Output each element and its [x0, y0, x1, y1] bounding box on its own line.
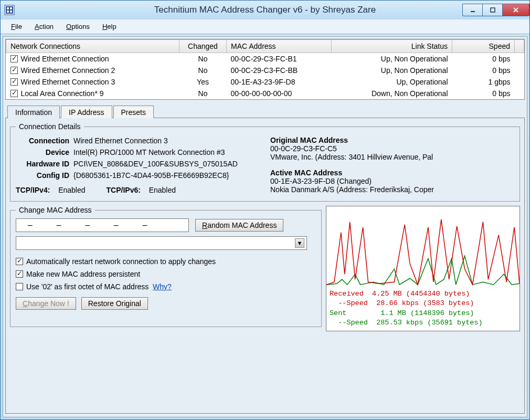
received-speed: 28.66 kbps (3583 bytes): [376, 299, 474, 307]
active-mac-vendor: Nokia Danmark A/S (Address: Frederikskaj…: [270, 185, 514, 194]
original-mac: 00-0C-29-C3-FC-C5: [270, 144, 514, 153]
menu-action[interactable]: Action: [28, 20, 60, 33]
col-speed[interactable]: Speed: [452, 40, 515, 53]
row-checkbox[interactable]: [10, 67, 18, 74]
original-mac-label: Original MAC Address: [270, 136, 514, 144]
connection-details-legend: Connection Details: [16, 122, 84, 131]
config-id: {D6805361-1B7C-4DA4-905B-FE6669B92EC8}: [73, 171, 260, 180]
menu-help[interactable]: Help: [96, 20, 123, 33]
menu-options[interactable]: Options: [60, 20, 96, 33]
change-now-button[interactable]: Change Now !: [16, 297, 76, 310]
row-checkbox[interactable]: [10, 55, 18, 62]
minimize-button[interactable]: [462, 4, 482, 16]
traffic-stats: Received 4.25 MB (4454340 bytes) --Speed…: [326, 287, 520, 331]
menu-file[interactable]: File: [5, 20, 28, 33]
table-row[interactable]: Wired Ethernet Connection 2No00-0C-29-C3…: [6, 65, 524, 76]
row-checkbox[interactable]: [10, 78, 18, 86]
col-changed[interactable]: Changed: [179, 40, 227, 53]
sent-speed: 285.53 kbps (35691 bytes): [376, 319, 483, 327]
window-title: Technitium MAC Address Changer v6 - by S…: [1, 5, 529, 15]
why-link[interactable]: Why?: [153, 282, 172, 291]
tcpipv6: Enabled: [149, 186, 176, 194]
connection-details-group: Connection Details ConnectionWired Ether…: [10, 122, 520, 202]
device-name: Intel(R) PRO/1000 MT Network Connection …: [73, 148, 260, 156]
change-mac-group: Change MAC Address ––––– Random MAC Addr…: [10, 206, 322, 327]
original-mac-vendor: VMware, Inc. (Address: 3401 Hillview Ave…: [270, 153, 514, 161]
random-mac-button[interactable]: Random MAC Address: [195, 219, 283, 232]
close-button[interactable]: [502, 4, 529, 16]
maximize-button[interactable]: [482, 4, 502, 16]
row-checkbox[interactable]: [10, 90, 18, 97]
col-network[interactable]: Network Connections: [6, 40, 179, 53]
active-mac-label: Active MAC Address: [270, 169, 514, 177]
menubar: File Action Options Help: [1, 19, 529, 34]
app-window: Technitium MAC Address Changer v6 - by S…: [0, 0, 530, 420]
client-area: Network Connections Changed MAC Address …: [3, 36, 527, 417]
titlebar[interactable]: Technitium MAC Address Changer v6 - by S…: [1, 1, 529, 19]
mac-input[interactable]: –––––: [16, 218, 189, 232]
change-mac-legend: Change MAC Address: [16, 206, 95, 214]
chk-persistent[interactable]: [16, 270, 23, 278]
received-bytes: 4.25 MB (4454340 bytes): [372, 290, 470, 298]
tab-information[interactable]: Information: [7, 106, 60, 118]
chk-use-02[interactable]: [16, 283, 23, 290]
traffic-graph: Received 4.25 MB (4454340 bytes) --Speed…: [326, 206, 520, 331]
tcpipv4: Enabled: [58, 186, 85, 194]
active-mac: 00-1E-A3-23-9F-D8 (Changed): [270, 177, 514, 185]
col-status[interactable]: Link Status: [332, 40, 452, 53]
chevron-down-icon: ▼: [295, 238, 304, 248]
tab-strip: Information IP Address Presets: [5, 105, 525, 118]
graph-canvas: [326, 206, 520, 287]
tab-presets[interactable]: Presets: [113, 106, 154, 118]
vendor-select[interactable]: ▼: [16, 236, 307, 250]
table-row[interactable]: Local Area Connection* 9No00-00-00-00-00…: [6, 88, 524, 99]
table-row[interactable]: Wired Ethernet Connection 3Yes00-1E-A3-2…: [6, 76, 524, 88]
restore-original-button[interactable]: Restore Original: [81, 297, 148, 310]
tab-ip-address[interactable]: IP Address: [61, 106, 112, 118]
sent-bytes: 1.1 MB (1148396 bytes): [380, 309, 474, 317]
chk-restart[interactable]: [16, 258, 23, 265]
col-mac[interactable]: MAC Address: [227, 40, 332, 53]
svg-rect-3: [491, 8, 495, 12]
hardware-id: PCI\VEN_8086&DEV_100F&SUBSYS_075015AD: [73, 160, 260, 168]
table-row[interactable]: Wired Ethernet ConnectionNo00-0C-29-C3-F…: [6, 53, 524, 65]
tab-body: Connection Details ConnectionWired Ether…: [5, 118, 525, 414]
connections-table: Network Connections Changed MAC Address …: [5, 39, 525, 100]
connection-name: Wired Ethernet Connection 3: [73, 136, 260, 145]
app-icon: [4, 4, 15, 16]
